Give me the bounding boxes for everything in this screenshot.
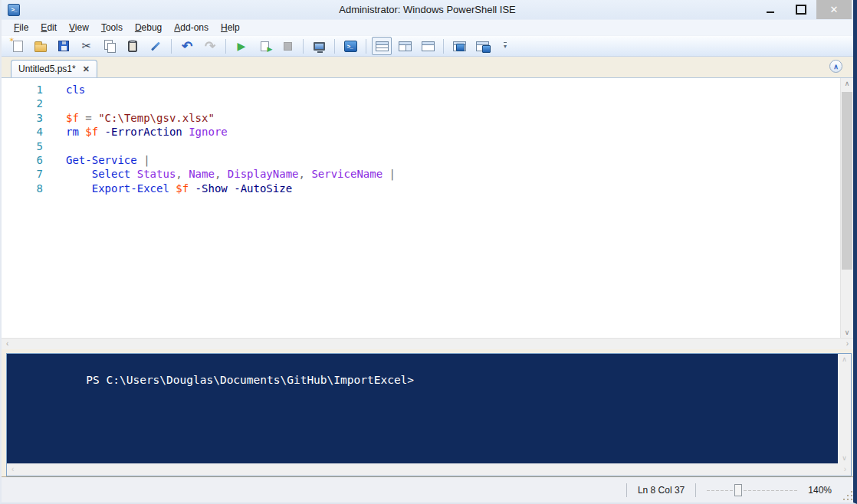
console-horizontal-scrollbar[interactable]: ‹ ›	[7, 463, 851, 476]
scroll-right-icon[interactable]: ›	[844, 465, 846, 473]
cursor-position: Ln 8 Col 37	[638, 485, 685, 496]
toolbar-overflow-icon[interactable]: ▾	[495, 37, 515, 55]
run-selection-icon[interactable]	[254, 37, 274, 55]
copy-icon[interactable]	[100, 37, 120, 55]
cut-icon[interactable]: ✂	[77, 37, 97, 55]
resize-grip-icon[interactable]	[847, 495, 849, 496]
minimize-button[interactable]	[755, 0, 786, 19]
console-vertical-scrollbar[interactable]: ∧ ∨	[838, 354, 851, 463]
save-script-icon[interactable]	[54, 37, 74, 55]
editor-vertical-scrollbar[interactable]: ∧ ∨	[840, 78, 853, 338]
title-bar: Administrator: Windows PowerShell ISE ✕	[2, 0, 853, 20]
show-script-pane-top-icon[interactable]	[372, 37, 392, 55]
tab-label: Untitled5.ps1*	[18, 64, 76, 74]
tab-close-icon[interactable]: ✕	[83, 64, 90, 74]
zoom-slider[interactable]	[707, 484, 797, 496]
script-pane: 1cls23$f = "C:\Temp\gsv.xlsx"4rm $f -Err…	[2, 77, 853, 349]
scroll-up-icon[interactable]: ∧	[841, 80, 853, 87]
status-separator	[626, 483, 627, 497]
toolbar-separator	[303, 39, 304, 54]
toolbar-separator	[366, 39, 366, 54]
zoom-level: 140%	[808, 485, 832, 496]
zoom-slider-track	[707, 490, 797, 491]
maximize-button[interactable]	[786, 0, 816, 19]
menu-bar: File Edit View Tools Debug Add-ons Help	[2, 20, 853, 36]
tab-strip: Untitled5.ps1* ✕ ∧	[2, 57, 853, 77]
console-prompt: PS C:\Users\Douglas\Documents\GitHub\Imp…	[86, 374, 414, 386]
tab-untitled5[interactable]: Untitled5.ps1* ✕	[11, 60, 97, 77]
toolbar-separator	[225, 39, 226, 54]
start-powershell-exe-icon[interactable]	[340, 37, 360, 55]
toolbar-separator	[334, 39, 335, 54]
window-title: Administrator: Windows PowerShell ISE	[2, 4, 853, 15]
scroll-down-icon[interactable]: ∨	[838, 454, 851, 462]
scroll-left-icon[interactable]: ‹	[11, 465, 14, 473]
editor-horizontal-scrollbar[interactable]: ‹ ›	[2, 338, 853, 349]
status-bar: Ln 8 Col 37 140%	[2, 476, 853, 502]
menu-addons[interactable]: Add-ons	[168, 21, 215, 34]
clear-console-pane-icon[interactable]	[146, 37, 166, 55]
menu-debug[interactable]: Debug	[129, 21, 168, 34]
scroll-down-icon[interactable]: ∨	[841, 329, 853, 336]
scroll-up-icon[interactable]: ∧	[838, 355, 851, 363]
menu-tools[interactable]: Tools	[95, 21, 129, 34]
menu-view[interactable]: View	[63, 21, 95, 34]
collapse-script-pane-icon[interactable]: ∧	[829, 60, 842, 73]
paste-icon[interactable]	[123, 37, 143, 55]
menu-file[interactable]: File	[8, 21, 34, 34]
console-pane: PS C:\Users\Douglas\Documents\GitHub\Imp…	[2, 352, 853, 476]
editor-lines[interactable]: 1cls23$f = "C:\Temp\gsv.xlsx"4rm $f -Err…	[2, 78, 840, 338]
new-script-icon[interactable]	[8, 37, 28, 55]
scroll-right-icon[interactable]: ›	[846, 339, 849, 348]
zoom-slider-thumb[interactable]	[734, 484, 742, 496]
undo-icon[interactable]: ↶	[177, 37, 197, 55]
new-remote-powershell-tab-icon[interactable]	[309, 37, 329, 55]
scroll-left-icon[interactable]: ‹	[6, 339, 8, 348]
open-script-icon[interactable]	[31, 37, 51, 55]
menu-help[interactable]: Help	[215, 21, 246, 34]
close-button[interactable]: ✕	[816, 0, 852, 19]
show-command-window-icon[interactable]	[472, 37, 492, 55]
toolbar: ✂ ↶ ↷ ▶ ▾	[2, 36, 853, 57]
redo-icon[interactable]: ↷	[200, 37, 220, 55]
toolbar-separator	[171, 39, 172, 54]
run-script-icon[interactable]: ▶	[231, 37, 251, 55]
console-output[interactable]: PS C:\Users\Douglas\Documents\GitHub\Imp…	[7, 354, 838, 463]
scrollbar-thumb[interactable]	[842, 92, 852, 270]
show-script-pane-maximized-icon[interactable]	[418, 37, 438, 55]
new-powershell-tab-icon[interactable]	[449, 37, 469, 55]
powershell-ise-window: Administrator: Windows PowerShell ISE ✕ …	[0, 0, 857, 504]
toolbar-separator	[443, 39, 444, 54]
status-separator	[695, 483, 696, 497]
menu-edit[interactable]: Edit	[34, 21, 63, 34]
show-script-pane-right-icon[interactable]	[395, 37, 415, 55]
stop-operation-icon[interactable]	[277, 37, 297, 55]
